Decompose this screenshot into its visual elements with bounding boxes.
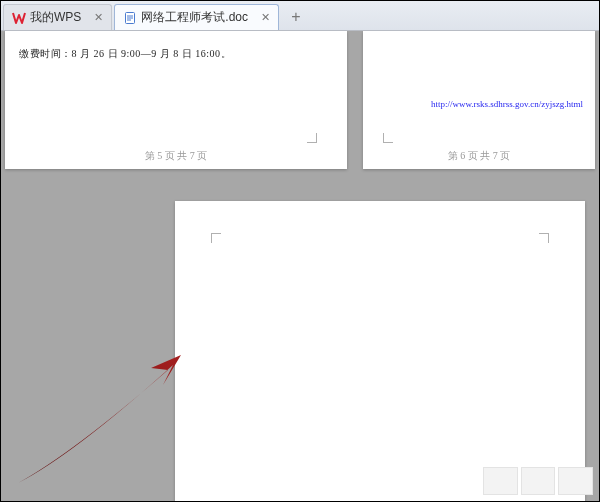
tab-document[interactable]: 网络工程师考试.doc ✕ <box>114 4 279 30</box>
close-icon[interactable]: ✕ <box>91 11 105 25</box>
crop-mark-icon <box>307 133 317 143</box>
page-6-footer: 第 6 页 共 7 页 <box>363 149 595 163</box>
page-6: http://www.rsks.sdhrss.gov.cn/zyjszg.htm… <box>363 31 595 169</box>
tab-home[interactable]: 我的WPS ✕ <box>3 4 112 30</box>
doc-file-icon <box>123 11 137 25</box>
tab-home-label: 我的WPS <box>30 9 81 26</box>
new-tab-button[interactable]: + <box>285 6 307 28</box>
status-bar-placeholder <box>483 467 593 495</box>
close-icon[interactable]: ✕ <box>258 11 272 25</box>
plus-icon: + <box>291 8 300 26</box>
page-5: 缴费时间：8 月 26 日 9:00—9 月 8 日 16:00。 第 5 页 … <box>5 31 347 169</box>
crop-mark-icon <box>211 233 221 243</box>
tab-bar: 我的WPS ✕ 网络工程师考试.doc ✕ + <box>1 1 599 31</box>
page-5-footer: 第 5 页 共 7 页 <box>5 149 347 163</box>
tab-document-label: 网络工程师考试.doc <box>141 9 248 26</box>
wps-logo-icon <box>12 11 26 25</box>
crop-mark-icon <box>383 133 393 143</box>
page-7 <box>175 201 585 501</box>
crop-mark-icon <box>539 233 549 243</box>
page-5-body-text: 缴费时间：8 月 26 日 9:00—9 月 8 日 16:00。 <box>19 47 231 61</box>
page-6-link-text: http://www.rsks.sdhrss.gov.cn/zyjszg.htm… <box>431 99 583 109</box>
document-canvas[interactable]: 缴费时间：8 月 26 日 9:00—9 月 8 日 16:00。 第 5 页 … <box>1 31 599 501</box>
